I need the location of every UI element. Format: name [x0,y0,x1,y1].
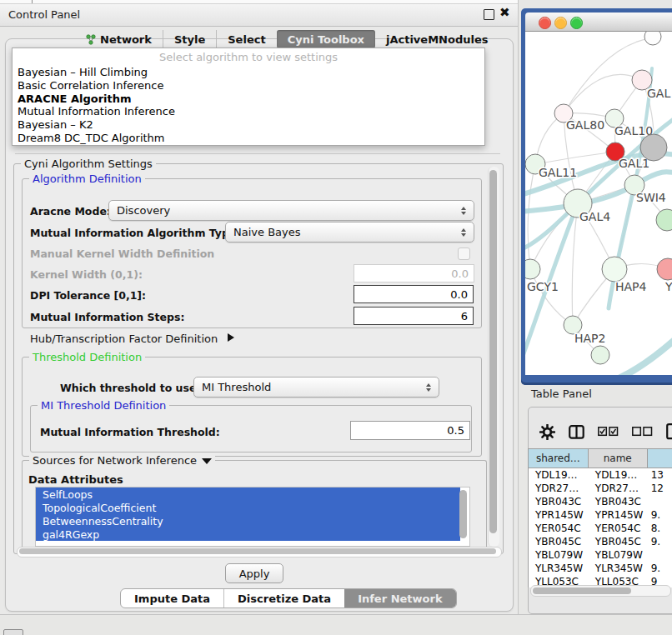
page-icon[interactable] [666,423,672,440]
network-window-titlebar[interactable] [525,12,672,32]
network-node[interactable] [656,209,672,231]
table-cell: 13 [648,468,672,482]
control-panel-titlebar: Control Panel ✖ [0,4,518,27]
dpi-tolerance-input[interactable]: 0.0 [354,285,474,303]
table-cell: 8. [648,522,672,535]
column-header[interactable] [648,449,672,468]
tab-cyni-toolbox[interactable]: Cyni Toolbox [277,30,375,48]
network-node[interactable] [591,346,609,364]
zoom-traffic-light[interactable] [570,17,583,29]
tab-style[interactable]: Style [163,30,216,48]
table-cell: YBR045C [589,535,648,548]
tab-select[interactable]: Select [216,30,276,48]
network-node[interactable] [640,134,667,161]
tab-label: Cyni Toolbox [288,33,364,46]
group-legend: Sources for Network Inference [29,454,215,467]
bottom-tab-impute-data[interactable]: Impute Data [121,589,223,608]
tab-label: jActiveMNodules [386,33,489,46]
table-cell: YPR145W [589,508,648,522]
divider [15,153,500,154]
mi-steps-input[interactable]: 6 [354,307,474,325]
data-attribute-item[interactable]: gal4RGexp [36,528,460,541]
table-cell: YER054C [589,522,648,535]
manual-kernel-checkbox[interactable] [458,248,470,260]
algorithm-option[interactable]: Mutual Information Inference [13,105,484,118]
bottom-tab-discretize-data[interactable]: Discretize Data [223,589,344,608]
network-node-label: HAP2 [574,332,605,345]
data-attribute-item[interactable]: TopologicalCoefficient [36,501,460,514]
columns-icon[interactable] [569,425,584,439]
table-row[interactable]: YER054CYER054C8. [529,522,672,535]
list-scrollbar-thumb[interactable] [459,490,467,538]
mi-type-select[interactable]: Naive Bayes [225,222,474,242]
node-attribute-table: shared…name YDL19…YDL19…13YDR27…YDR27…12… [528,448,672,588]
table-cell [648,495,672,508]
stepper-icon [461,228,466,237]
table-cell [648,548,672,562]
collapsed-panel-button[interactable] [3,629,23,635]
table-cell: YER054C [529,522,589,535]
control-panel: Control Panel ✖ NetworkStyleSelectCyni T… [0,0,519,615]
collapse-arrow-icon[interactable] [202,458,212,464]
minimize-traffic-light[interactable] [554,17,567,29]
close-traffic-light[interactable] [539,17,551,29]
table-row[interactable]: YDL19…YDL19…13 [529,468,672,482]
kernel-width-input[interactable]: 0.0 [354,264,474,282]
settings-vscrollbar-thumb[interactable] [489,170,497,533]
hub-definition-expander-label[interactable]: Hub/Transcription Factor Definition [30,332,218,345]
network-node[interactable] [644,32,661,45]
algorithm-option[interactable]: Basic Correlation Inference [13,79,484,92]
algorithm-option[interactable]: Bayesian – Hill Climbing [13,66,484,79]
table-cell: YPR145W [529,508,589,522]
close-icon[interactable]: ✖ [499,5,510,20]
network-node-label: GAL1 [619,157,649,170]
network-node-gcy1[interactable] [525,259,540,279]
data-attribute-item[interactable]: SelfLoops [36,488,460,501]
apply-button[interactable]: Apply [225,563,283,583]
network-view-canvas[interactable]: GALGAL80GAL10GAL1GAL11SWI4GAL4GCY1HAP4YH… [525,32,672,375]
table-body: YDL19…YDL19…13YDR27…YDR27…12YBR043CYBR04… [529,468,672,588]
column-header-name[interactable]: name [589,449,648,468]
table-cell: YDR27… [589,482,648,495]
algorithm-option[interactable]: Dream8 DC_TDC Algorithm [13,131,484,144]
table-cell: 9. [648,562,672,575]
group-legend: Threshold Definition [29,351,145,363]
network-node-y[interactable] [657,258,672,280]
gear-icon[interactable] [539,424,555,440]
mi-threshold-label: Mutual Information Threshold: [40,426,220,438]
bottom-tab-infer-network[interactable]: Infer Network [344,589,455,608]
checked-boxes-icon[interactable] [598,427,619,437]
network-edge [528,164,535,269]
settings-hscrollbar-thumb[interactable] [19,548,496,554]
unchecked-boxes-icon[interactable] [632,427,653,437]
tab-network[interactable]: Network [75,30,163,48]
column-header-shared[interactable]: shared… [529,449,589,468]
group-legend: Algorithm Definition [29,172,145,185]
mi-type-label: Mutual Information Algorithm Type: [30,227,240,239]
tab-jactivemnodules[interactable]: jActiveMNodules [375,30,499,48]
expander-arrow-icon[interactable] [228,333,234,342]
data-attribute-item[interactable]: BetweennessCentrality [36,514,460,528]
aracne-mode-label: Aracne Mode: [30,205,111,218]
network-node-hap4[interactable] [602,257,627,282]
table-cell: YBL079W [589,548,648,562]
aracne-mode-select[interactable]: Discovery [108,200,474,221]
table-cell: 12 [648,482,672,495]
table-row[interactable]: YLR345WYLR345W9. [529,562,672,575]
manual-kernel-label: Manual Kernel Width Definition [30,248,214,260]
table-row[interactable]: YBR045CYBR045C9. [529,535,672,548]
float-window-icon[interactable] [484,9,494,20]
mi-threshold-input[interactable]: 0.5 [350,421,470,440]
table-row[interactable]: YBR043CYBR043C [529,495,672,508]
table-row[interactable]: YDR27…YDR27…12 [529,482,672,495]
top-edge-mark [32,0,33,3]
table-row[interactable]: YPR145WYPR145W9. [529,508,672,522]
algorithm-option[interactable]: ARACNE Algorithm [13,92,484,105]
table-cell: YDR27… [529,482,589,495]
which-threshold-select[interactable]: MI Threshold [193,377,439,398]
algorithm-options-list: Bayesian – Hill ClimbingBasic Correlatio… [13,66,484,144]
table-hscrollbar-thumb[interactable] [533,588,631,594]
network-node-label: SWI4 [636,191,666,204]
algorithm-option[interactable]: Bayesian – K2 [13,118,484,132]
table-row[interactable]: YBL079WYBL079W [529,548,672,562]
